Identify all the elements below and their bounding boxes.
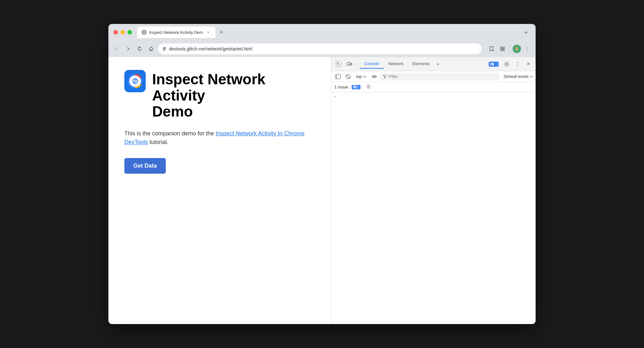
svg-rect-13 [503, 49, 504, 51]
maximize-traffic-light[interactable] [128, 30, 132, 34]
home-button[interactable] [147, 44, 156, 53]
inspect-element-button[interactable] [334, 59, 343, 69]
active-tab[interactable]: Inspect Network Activity Dem × [137, 26, 216, 38]
issues-gear-icon [366, 84, 371, 89]
chrome-menu-button[interactable]: ⋮ [522, 44, 532, 54]
issues-bar-label: 1 Issue: [334, 85, 349, 89]
back-button[interactable] [112, 44, 121, 53]
console-toolbar: top [331, 71, 536, 82]
device-toolbar-button[interactable] [345, 59, 354, 69]
close-traffic-light[interactable] [113, 30, 118, 34]
issues-count: 1 [495, 62, 497, 66]
tab-close-button[interactable]: × [205, 29, 211, 35]
filter-input[interactable] [389, 74, 497, 79]
extension-button[interactable] [498, 44, 507, 54]
network-tab[interactable]: Network [384, 59, 408, 69]
chevron-down-icon [524, 30, 528, 34]
tab-title: Inspect Network Activity Dem [149, 30, 203, 35]
default-levels-label: Default levels [504, 74, 529, 79]
chrome-logo-icon [127, 73, 143, 89]
bookmark-icon [489, 46, 494, 52]
context-arrow-icon [363, 75, 366, 78]
elements-tab[interactable]: Elements [408, 59, 434, 69]
devtools-close-button[interactable]: × [523, 59, 533, 69]
eye-button[interactable] [370, 72, 378, 81]
svg-rect-26 [347, 63, 350, 65]
svg-line-37 [347, 75, 350, 78]
filter-icon [383, 75, 387, 79]
url-text: devtools.glitch.me/network/getstarted.ht… [169, 46, 478, 51]
refresh-button[interactable] [135, 44, 144, 53]
new-tab-button[interactable]: + [217, 28, 226, 37]
console-row: › [331, 94, 536, 99]
svg-marker-39 [383, 75, 386, 78]
security-icon [162, 47, 166, 51]
console-tab[interactable]: Console [360, 59, 384, 69]
bookmark-button[interactable] [487, 44, 496, 54]
tab-favicon-icon [142, 30, 147, 35]
address-bar-area: devtools.glitch.me/network/getstarted.ht… [108, 41, 536, 57]
clear-console-button[interactable] [344, 72, 352, 81]
svg-point-38 [374, 76, 375, 77]
profile-avatar[interactable] [513, 45, 521, 53]
clear-icon [346, 74, 351, 79]
devtools-more-button[interactable]: ⋮ [513, 59, 522, 69]
forward-icon [126, 46, 131, 51]
issues-badge-bar: 1 [352, 85, 361, 89]
browser-window: Inspect Network Activity Dem × + [108, 24, 536, 324]
page-description: This is the companion demo for the Inspe… [124, 129, 315, 147]
issues-bar-icon [353, 86, 356, 88]
profile-icon [513, 45, 521, 53]
svg-point-19 [516, 48, 516, 48]
svg-point-18 [516, 47, 518, 49]
default-levels-selector[interactable]: Default levels [504, 74, 533, 79]
chrome-os-bar: Inspect Network Activity Dem × + [108, 24, 536, 41]
devtools-panel: Console Network Elements » 1 [331, 57, 536, 324]
get-data-button[interactable]: Get Data [124, 158, 166, 174]
issues-badge-icon: 1 [489, 62, 499, 67]
forward-button[interactable] [124, 44, 133, 53]
address-bar[interactable]: devtools.glitch.me/network/getstarted.ht… [158, 43, 482, 54]
page-heading: Inspect Network Activity Demo [124, 70, 315, 120]
issues-badge[interactable]: 1 [489, 62, 499, 67]
issues-bar: 1 Issue: 1 [331, 82, 536, 92]
console-row-chevron[interactable]: › [334, 94, 336, 99]
console-filter[interactable] [380, 73, 499, 80]
home-icon [149, 46, 154, 51]
site-logo [124, 70, 146, 92]
svg-point-33 [506, 63, 508, 65]
minimize-traffic-light[interactable] [121, 30, 125, 34]
svg-point-44 [368, 86, 369, 87]
console-sidebar-button[interactable] [334, 72, 342, 81]
tab-bar-end [522, 28, 531, 37]
sidebar-icon [335, 74, 341, 79]
context-selector[interactable]: top [354, 73, 368, 79]
device-toolbar-icon [347, 61, 352, 67]
page-title: Inspect Network Activity Demo [152, 71, 315, 120]
devtools-settings-button[interactable] [502, 59, 511, 69]
issues-count-display[interactable]: 1 [352, 85, 361, 89]
tab-overflow-button[interactable] [522, 28, 531, 37]
svg-rect-34 [335, 74, 340, 79]
svg-rect-12 [501, 49, 502, 51]
profile-image [513, 45, 521, 53]
tab-bar: Inspect Network Activity Dem × + [137, 26, 519, 38]
svg-rect-10 [501, 47, 502, 49]
traffic-lights [113, 30, 132, 34]
devtools-tabs: Console Network Elements » [360, 59, 487, 69]
svg-rect-11 [503, 47, 504, 49]
address-bar-actions: ⋮ [487, 44, 532, 54]
console-content: › [331, 92, 536, 324]
gear-icon [504, 61, 509, 67]
issues-bar-divider [363, 85, 363, 90]
svg-point-6 [165, 47, 166, 48]
more-tabs-button[interactable]: » [434, 59, 442, 69]
devtools-toolbar: Console Network Elements » 1 [331, 57, 536, 71]
page-content: Inspect Network Activity Demo This is th… [108, 57, 331, 324]
toolbar-separator [357, 61, 357, 67]
issues-bar-count: 1 [357, 85, 359, 89]
svg-rect-27 [351, 63, 352, 65]
extension-icon [500, 46, 505, 52]
svg-point-20 [517, 48, 517, 48]
issues-bar-gear-button[interactable] [366, 84, 371, 90]
